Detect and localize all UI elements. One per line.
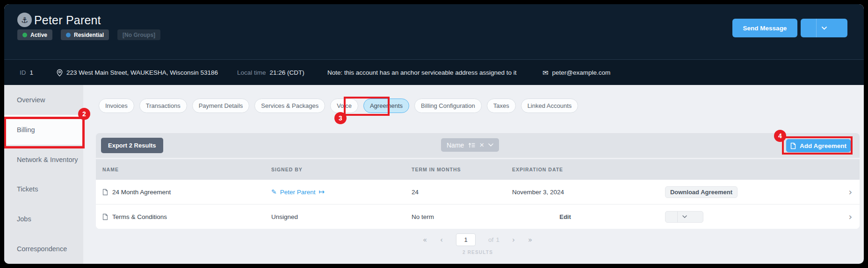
screenshot-frame: ⚓ Peter Parent Active Residential [No Gr… [0,0,868,268]
agreements-toolbar: Export 2 Results Name × [96,133,860,158]
app-window: ⚓ Peter Parent Active Residential [No Gr… [4,4,864,264]
add-agreement-label: Add Agreement [800,142,846,149]
page-body: Overview Billing Network & Inventory Tic… [4,85,864,264]
edit-button-label[interactable]: Edit [811,19,864,37]
annotation-step-badge: 2 [78,108,90,120]
signed-by-name[interactable]: Peter Parent [280,189,316,196]
residential-dot-icon [66,33,71,37]
actions-cell: Download Agreement [665,186,860,198]
add-agreement-button[interactable]: Add Agreement [786,139,851,152]
status-badge-residential: Residential [61,29,109,40]
location-pin-icon [57,69,63,77]
expiration-cell: November 3, 2024 [512,189,665,196]
account-id: ID 1 [20,60,33,85]
tab-linked-accounts[interactable]: Linked Accounts [521,99,579,113]
signed-by-link[interactable]: ✎ Peter Parent ↦ [271,188,325,196]
local-time-value: 21:26 (CDT) [270,69,304,76]
sidebar-item-overview[interactable]: Overview [4,85,83,115]
avatar: ⚓ [17,13,32,27]
agreements-table: NAME SIGNED BY TERM IN MONTHS EXPIRATION… [96,159,860,229]
pagination: « ‹ of 1 › » [96,233,860,246]
remove-filter-icon[interactable]: × [479,141,484,149]
table-header: NAME SIGNED BY TERM IN MONTHS EXPIRATION… [96,159,860,180]
first-page-button[interactable]: « [423,236,427,244]
annotation-step-badge: 3 [334,112,347,124]
tab-agreements[interactable]: Agreements [363,99,409,113]
next-page-button[interactable]: › [512,236,515,244]
anchor-icon: ⚓ [21,15,28,25]
sidebar-item-network-inventory[interactable]: Network & Inventory [4,145,83,175]
sidebar-item-correspondence[interactable]: Correspondence [4,234,83,264]
account-note: Note: this account has an anchor service… [327,60,517,85]
send-message-button[interactable]: Send Message [732,19,797,37]
document-plus-icon [790,142,796,149]
billing-tabs: Invoices Transactions Payment Details Se… [99,99,578,113]
envelope-icon: ✉ [542,69,549,77]
active-dot-icon [22,33,27,37]
agreement-name: Terms & Conditions [112,213,167,220]
local-time-label: Local time [237,69,266,76]
page-title: Peter Parent [34,14,101,27]
email-text[interactable]: peter@example.com [552,69,611,76]
note-text: Note: this account has an anchor service… [327,69,517,76]
page-number-input[interactable] [456,233,476,246]
chevron-right-icon[interactable]: › [848,188,852,197]
status-badge-label: Residential [74,32,104,38]
column-header-term: TERM IN MONTHS [412,167,512,172]
total-pages: 1 [496,236,499,243]
table-row[interactable]: Terms & Conditions Unsigned No term Edit [96,204,860,229]
actions-cell: Edit [665,211,860,223]
term-cell: 24 [412,189,512,196]
results-count: 2 RESULTS [96,250,860,255]
tab-taxes[interactable]: Taxes [487,99,516,113]
chevron-right-icon[interactable]: › [848,212,852,221]
address-text: 223 West Main Street, WAUKESHA, Wisconsi… [66,69,218,76]
header-actions: Send Message Edit [732,19,847,37]
agreement-name-cell: 24 Month Agreement [96,189,271,196]
previous-page-button[interactable]: ‹ [440,236,443,244]
name-filter-chip[interactable]: Name × [441,138,499,152]
status-badges: Active Residential [No Groups] [17,29,160,40]
edit-agreement-button[interactable]: Edit [665,211,703,223]
tab-transactions[interactable]: Transactions [139,99,187,113]
status-badge-no-groups: [No Groups] [117,29,160,40]
page-total: of 1 [488,236,499,243]
account-header: ⚓ Peter Parent Active Residential [No Gr… [4,4,864,59]
chevron-down-icon[interactable] [488,143,493,147]
main-content: Invoices Transactions Payment Details Se… [83,85,864,264]
download-agreement-button[interactable]: Download Agreement [665,186,738,198]
account-id-label: ID [20,69,26,76]
of-label: of [488,236,493,243]
tab-services-packages[interactable]: Services & Packages [254,99,325,113]
status-badge-label: Active [30,32,47,38]
account-infobar: ID 1 223 West Main Street, WAUKESHA, Wis… [4,59,864,85]
tab-invoices[interactable]: Invoices [99,99,134,113]
tab-voice[interactable]: Voice [330,99,358,113]
account-email[interactable]: ✉ peter@example.com [542,60,610,85]
sidebar-item-billing[interactable]: Billing [4,115,83,145]
sidebar-item-tickets[interactable]: Tickets [4,174,83,204]
filter-chip-label: Name [447,141,464,149]
last-page-button[interactable]: » [528,236,533,244]
signed-by-cell: ✎ Peter Parent ↦ [271,188,412,196]
document-icon [102,213,108,220]
column-header-signed-by: SIGNED BY [271,167,412,172]
edit-account-button[interactable]: Edit [801,19,847,37]
status-badge-active: Active [17,29,52,40]
tab-billing-configuration[interactable]: Billing Configuration [414,99,482,113]
table-row[interactable]: 24 Month Agreement ✎ Peter Parent ↦ 24 N… [96,180,860,204]
sidebar: Overview Billing Network & Inventory Tic… [4,85,83,264]
sign-arrow-icon: ↦ [319,188,325,196]
tab-payment-details[interactable]: Payment Details [192,99,250,113]
sort-ascending-icon[interactable] [468,142,475,148]
column-header-name: NAME [96,167,271,172]
sidebar-item-jobs[interactable]: Jobs [4,204,83,234]
export-results-button[interactable]: Export 2 Results [101,138,163,153]
column-header-expiration: EXPIRATION DATE [512,167,665,172]
edit-agreement-label[interactable]: Edit [175,205,860,229]
account-id-value: 1 [30,69,34,76]
local-time: Local time 21:26 (CDT) [237,60,304,85]
status-badge-label: [No Groups] [123,32,155,38]
pen-icon: ✎ [271,188,277,196]
account-address: 223 West Main Street, WAUKESHA, Wisconsi… [57,60,218,85]
